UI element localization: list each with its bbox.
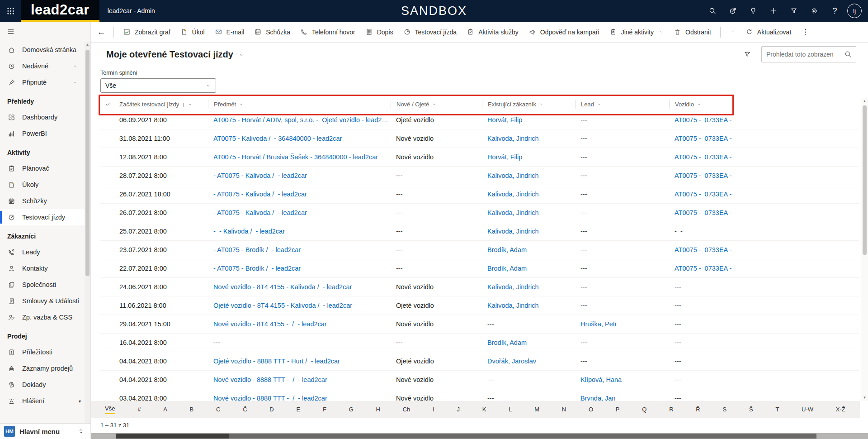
- sidebar-item-leady[interactable]: Leady: [0, 244, 85, 260]
- jump-letter-r[interactable]: R: [669, 406, 673, 413]
- cell-customer[interactable]: Horvát, Filip: [482, 116, 575, 124]
- lightbulb-icon[interactable]: [749, 7, 757, 15]
- horizontal-scrollbar[interactable]: [90, 433, 868, 439]
- sidebar-item-z-znamy-prodej[interactable]: Záznamy prodejů: [0, 360, 85, 377]
- search-icon[interactable]: [708, 7, 717, 15]
- jump-letter-vše[interactable]: Vše: [105, 405, 115, 414]
- cell-subject[interactable]: - AT0075 - Kalivoda / - lead2car: [208, 191, 391, 198]
- cell-vehicle[interactable]: AT0075 - 0733EA -: [669, 153, 859, 161]
- cell-customer[interactable]: Kalivoda, Jindrich: [482, 172, 575, 179]
- jump-letter-n[interactable]: N: [562, 406, 566, 413]
- cmd-calendar-button[interactable]: Schůzka: [249, 24, 295, 40]
- column-header[interactable]: Začátek testovací jízdy↓: [114, 100, 208, 109]
- sidebar-scrollbar-thumb[interactable]: [85, 50, 90, 276]
- sidebar-item-dashboardy[interactable]: Dashboardy: [0, 109, 85, 125]
- sidebar-item-testovac-j-zdy[interactable]: Testovací jízdy: [0, 209, 85, 225]
- scroll-up-icon[interactable]: ▲: [861, 98, 868, 105]
- avatar[interactable]: Ij: [847, 4, 862, 18]
- cell-lead[interactable]: Klípová, Hana: [575, 376, 669, 383]
- jump-letter-f[interactable]: F: [323, 406, 326, 413]
- jump-letter-q[interactable]: Q: [642, 406, 646, 413]
- advanced-find-icon[interactable]: [729, 7, 737, 15]
- cell-subject[interactable]: AT0075 - Horvát / ADIV, spol, s.r.o. - O…: [208, 116, 391, 124]
- filter-icon[interactable]: [743, 50, 751, 58]
- cmd-clipboard-button[interactable]: Jiné aktivity: [604, 24, 669, 40]
- sidebar-item-sch-zky[interactable]: Schůzky: [0, 193, 85, 209]
- jump-letter-x-ž[interactable]: X-Ž: [836, 406, 845, 413]
- cell-customer[interactable]: Kalivoda, Jindrich: [482, 135, 575, 142]
- sidebar-item-kontakty[interactable]: Kontakty: [0, 260, 85, 277]
- cell-subject[interactable]: AT0075 - Horvát / Brusiva Šašek - 364840…: [208, 153, 391, 161]
- column-header[interactable]: Lead: [575, 100, 669, 109]
- cell-customer[interactable]: Brodík, Adam: [482, 339, 575, 346]
- cell-customer[interactable]: Brodík, Adam: [482, 265, 575, 272]
- jump-letter-c[interactable]: C: [216, 406, 220, 413]
- cell-customer[interactable]: Brodík, Adam: [482, 246, 575, 253]
- sidebar-item-zp-vazba-css[interactable]: Zp. vazba & CSS: [0, 309, 85, 325]
- cell-vehicle[interactable]: AT0075 - 0733EA -: [669, 209, 859, 216]
- jump-letter-e[interactable]: E: [297, 406, 301, 413]
- cmd-service-button[interactable]: Aktivita služby: [462, 24, 524, 40]
- vertical-scrollbar[interactable]: ▲ ▼: [861, 98, 868, 401]
- cell-subject[interactable]: Nové vozidlo - 8T4 4155 - / - lead2car: [208, 320, 391, 328]
- sidebar-item-hl-en[interactable]: Hlášení▾: [0, 393, 85, 409]
- cell-vehicle[interactable]: AT0075 - 0733EA -: [669, 116, 859, 124]
- cell-vehicle[interactable]: AT0075 - 0733EA -: [669, 172, 859, 179]
- cmd-trash-button[interactable]: Odstranit: [669, 24, 716, 40]
- cell-vehicle[interactable]: AT0075 - 0733EA -: [669, 135, 859, 142]
- sidebar-item-spole-nosti[interactable]: Společnosti: [0, 277, 85, 293]
- cmd-task-button[interactable]: Úkol: [175, 24, 210, 40]
- jump-letter-g[interactable]: G: [349, 406, 354, 413]
- due-date-select[interactable]: Vše: [100, 78, 216, 93]
- view-search-input[interactable]: [765, 50, 844, 58]
- jump-letter-i[interactable]: I: [433, 406, 434, 413]
- cmd-envelope-button[interactable]: E-mail: [210, 24, 250, 40]
- jump-letter-č[interactable]: Č: [243, 406, 247, 413]
- sidebar-item-doklady[interactable]: Doklady: [0, 377, 85, 393]
- column-header[interactable]: Nové / Ojeté: [391, 100, 482, 109]
- cell-subject[interactable]: - - Kalivoda / - lead2car: [208, 228, 391, 235]
- horizontal-scrollbar-thumb[interactable]: [116, 434, 229, 439]
- hamburger-icon[interactable]: [0, 22, 15, 38]
- jump-letter-l[interactable]: L: [509, 406, 512, 413]
- cell-customer[interactable]: Kalivoda, Jindrich: [482, 283, 575, 291]
- cmd-chart-line-button[interactable]: Zobrazit graf: [118, 24, 175, 40]
- jump-letter-#[interactable]: #: [137, 406, 141, 413]
- cell-customer[interactable]: Kalivoda, Jindrich: [482, 209, 575, 216]
- sidebar-item-ned-vn[interactable]: Nedávné: [0, 58, 85, 74]
- jump-letter-t[interactable]: T: [775, 406, 779, 413]
- cmd-speedometer-button[interactable]: Testovací jízda: [398, 24, 462, 40]
- jump-letter-s[interactable]: S: [723, 406, 727, 413]
- more-caret-icon[interactable]: ▾: [79, 399, 81, 404]
- cell-vehicle[interactable]: AT0075 - 0733EA -: [669, 265, 859, 272]
- sidebar-item-domovsk-str-nka[interactable]: Domovská stránka: [0, 42, 85, 58]
- sidebar-scrollbar[interactable]: ▲: [85, 42, 90, 424]
- view-selector[interactable]: Moje otevřené Testovací jízdy: [106, 49, 244, 60]
- cell-subject[interactable]: Ojeté vozidlo - 8T4 4155 - Kalivoda / - …: [208, 302, 391, 309]
- cmd-refresh-button[interactable]: Aktualizovat: [741, 24, 796, 40]
- cell-subject[interactable]: - AT0075 - Brodík / - lead2car: [208, 265, 391, 272]
- jump-letter-d[interactable]: D: [269, 406, 274, 413]
- jump-letter-p[interactable]: P: [616, 406, 620, 413]
- search-icon[interactable]: [844, 50, 852, 58]
- jump-letter-o[interactable]: O: [589, 406, 593, 413]
- column-header[interactable]: Existující zákazník: [482, 100, 575, 109]
- cell-subject[interactable]: AT0075 - Kalivoda / - 364840000 - lead2c…: [208, 135, 391, 142]
- sidebar-item-pl-nova[interactable]: Plánovač: [0, 160, 85, 177]
- sidebar-item-smlouvy-ud-losti[interactable]: Smlouvy & Události: [0, 293, 85, 309]
- jump-letter-k[interactable]: K: [482, 406, 486, 413]
- cell-subject[interactable]: - AT0075 - Kalivoda / - lead2car: [208, 209, 391, 216]
- jump-letter-š[interactable]: Š: [749, 406, 753, 413]
- select-all-checkmark[interactable]: [100, 101, 114, 107]
- cell-customer[interactable]: Kalivoda, Jindrich: [482, 228, 575, 235]
- jump-letter-j[interactable]: J: [457, 406, 460, 413]
- column-header[interactable]: Předmět: [208, 100, 391, 109]
- cell-subject[interactable]: Ojeté vozidlo - 8888 TTT - Hurt / - lead…: [208, 358, 391, 365]
- column-header[interactable]: Vozidlo: [669, 100, 859, 109]
- cell-subject[interactable]: - AT0075 - Kalivoda / - lead2car: [208, 172, 391, 179]
- vertical-scrollbar-thumb[interactable]: [863, 105, 867, 255]
- cmd-split-chevron-button[interactable]: [725, 24, 741, 40]
- filter-icon[interactable]: [790, 7, 798, 15]
- sidebar-item-p-le-itosti[interactable]: Příležitosti: [0, 344, 85, 360]
- jump-letter-u-w[interactable]: U-W: [802, 406, 813, 413]
